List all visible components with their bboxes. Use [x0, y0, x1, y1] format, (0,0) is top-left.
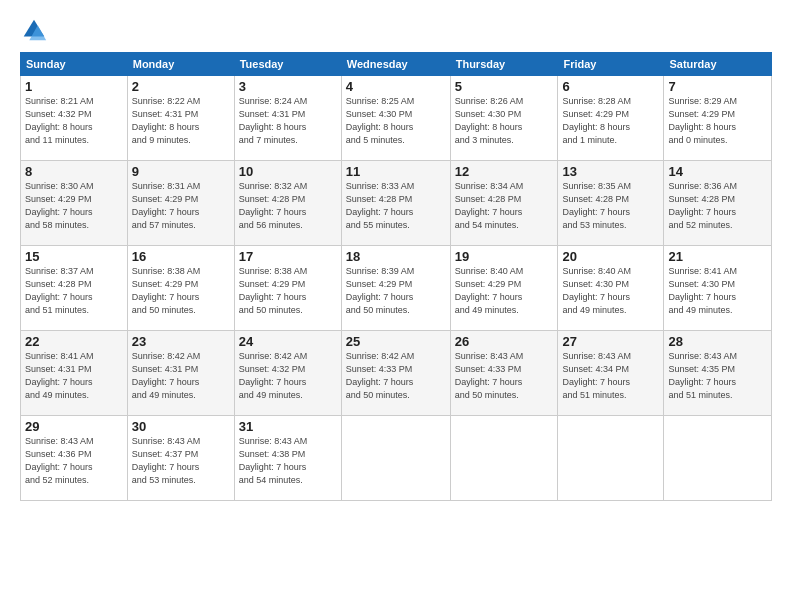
day-cell: 10Sunrise: 8:32 AM Sunset: 4:28 PM Dayli…: [234, 161, 341, 246]
day-number: 5: [455, 79, 554, 94]
header-cell-thursday: Thursday: [450, 53, 558, 76]
day-number: 4: [346, 79, 446, 94]
day-info: Sunrise: 8:43 AM Sunset: 4:35 PM Dayligh…: [668, 350, 767, 402]
day-number: 15: [25, 249, 123, 264]
day-cell: 30Sunrise: 8:43 AM Sunset: 4:37 PM Dayli…: [127, 416, 234, 501]
day-number: 24: [239, 334, 337, 349]
day-cell: 1Sunrise: 8:21 AM Sunset: 4:32 PM Daylig…: [21, 76, 128, 161]
day-cell: 7Sunrise: 8:29 AM Sunset: 4:29 PM Daylig…: [664, 76, 772, 161]
day-cell: 4Sunrise: 8:25 AM Sunset: 4:30 PM Daylig…: [341, 76, 450, 161]
day-cell: 6Sunrise: 8:28 AM Sunset: 4:29 PM Daylig…: [558, 76, 664, 161]
day-cell: 3Sunrise: 8:24 AM Sunset: 4:31 PM Daylig…: [234, 76, 341, 161]
header-cell-friday: Friday: [558, 53, 664, 76]
header-row: SundayMondayTuesdayWednesdayThursdayFrid…: [21, 53, 772, 76]
day-info: Sunrise: 8:37 AM Sunset: 4:28 PM Dayligh…: [25, 265, 123, 317]
day-cell: 19Sunrise: 8:40 AM Sunset: 4:29 PM Dayli…: [450, 246, 558, 331]
logo: [20, 16, 52, 44]
header-cell-wednesday: Wednesday: [341, 53, 450, 76]
calendar-header: SundayMondayTuesdayWednesdayThursdayFrid…: [21, 53, 772, 76]
day-cell: 15Sunrise: 8:37 AM Sunset: 4:28 PM Dayli…: [21, 246, 128, 331]
day-cell: 26Sunrise: 8:43 AM Sunset: 4:33 PM Dayli…: [450, 331, 558, 416]
day-number: 16: [132, 249, 230, 264]
day-cell: 8Sunrise: 8:30 AM Sunset: 4:29 PM Daylig…: [21, 161, 128, 246]
day-number: 3: [239, 79, 337, 94]
day-info: Sunrise: 8:30 AM Sunset: 4:29 PM Dayligh…: [25, 180, 123, 232]
day-info: Sunrise: 8:21 AM Sunset: 4:32 PM Dayligh…: [25, 95, 123, 147]
day-info: Sunrise: 8:38 AM Sunset: 4:29 PM Dayligh…: [132, 265, 230, 317]
day-info: Sunrise: 8:22 AM Sunset: 4:31 PM Dayligh…: [132, 95, 230, 147]
day-info: Sunrise: 8:34 AM Sunset: 4:28 PM Dayligh…: [455, 180, 554, 232]
day-cell: 2Sunrise: 8:22 AM Sunset: 4:31 PM Daylig…: [127, 76, 234, 161]
day-number: 8: [25, 164, 123, 179]
day-cell: [341, 416, 450, 501]
day-cell: [558, 416, 664, 501]
day-info: Sunrise: 8:24 AM Sunset: 4:31 PM Dayligh…: [239, 95, 337, 147]
day-number: 11: [346, 164, 446, 179]
day-info: Sunrise: 8:41 AM Sunset: 4:31 PM Dayligh…: [25, 350, 123, 402]
day-number: 30: [132, 419, 230, 434]
day-number: 25: [346, 334, 446, 349]
week-row-3: 15Sunrise: 8:37 AM Sunset: 4:28 PM Dayli…: [21, 246, 772, 331]
day-cell: 5Sunrise: 8:26 AM Sunset: 4:30 PM Daylig…: [450, 76, 558, 161]
day-number: 22: [25, 334, 123, 349]
day-number: 28: [668, 334, 767, 349]
logo-icon: [20, 16, 48, 44]
day-cell: [450, 416, 558, 501]
day-cell: 20Sunrise: 8:40 AM Sunset: 4:30 PM Dayli…: [558, 246, 664, 331]
day-number: 26: [455, 334, 554, 349]
day-number: 13: [562, 164, 659, 179]
day-info: Sunrise: 8:36 AM Sunset: 4:28 PM Dayligh…: [668, 180, 767, 232]
day-info: Sunrise: 8:38 AM Sunset: 4:29 PM Dayligh…: [239, 265, 337, 317]
day-info: Sunrise: 8:41 AM Sunset: 4:30 PM Dayligh…: [668, 265, 767, 317]
day-cell: 31Sunrise: 8:43 AM Sunset: 4:38 PM Dayli…: [234, 416, 341, 501]
day-number: 9: [132, 164, 230, 179]
header-cell-tuesday: Tuesday: [234, 53, 341, 76]
calendar-body: 1Sunrise: 8:21 AM Sunset: 4:32 PM Daylig…: [21, 76, 772, 501]
day-cell: 16Sunrise: 8:38 AM Sunset: 4:29 PM Dayli…: [127, 246, 234, 331]
day-number: 20: [562, 249, 659, 264]
header-cell-saturday: Saturday: [664, 53, 772, 76]
day-info: Sunrise: 8:28 AM Sunset: 4:29 PM Dayligh…: [562, 95, 659, 147]
day-cell: 11Sunrise: 8:33 AM Sunset: 4:28 PM Dayli…: [341, 161, 450, 246]
day-number: 31: [239, 419, 337, 434]
day-cell: 23Sunrise: 8:42 AM Sunset: 4:31 PM Dayli…: [127, 331, 234, 416]
header-cell-sunday: Sunday: [21, 53, 128, 76]
day-info: Sunrise: 8:42 AM Sunset: 4:31 PM Dayligh…: [132, 350, 230, 402]
page: SundayMondayTuesdayWednesdayThursdayFrid…: [0, 0, 792, 612]
day-info: Sunrise: 8:43 AM Sunset: 4:33 PM Dayligh…: [455, 350, 554, 402]
day-number: 1: [25, 79, 123, 94]
day-info: Sunrise: 8:43 AM Sunset: 4:38 PM Dayligh…: [239, 435, 337, 487]
day-info: Sunrise: 8:43 AM Sunset: 4:36 PM Dayligh…: [25, 435, 123, 487]
day-number: 10: [239, 164, 337, 179]
day-info: Sunrise: 8:42 AM Sunset: 4:32 PM Dayligh…: [239, 350, 337, 402]
day-info: Sunrise: 8:32 AM Sunset: 4:28 PM Dayligh…: [239, 180, 337, 232]
day-cell: 17Sunrise: 8:38 AM Sunset: 4:29 PM Dayli…: [234, 246, 341, 331]
header: [20, 16, 772, 44]
day-info: Sunrise: 8:43 AM Sunset: 4:34 PM Dayligh…: [562, 350, 659, 402]
day-cell: 27Sunrise: 8:43 AM Sunset: 4:34 PM Dayli…: [558, 331, 664, 416]
day-cell: 28Sunrise: 8:43 AM Sunset: 4:35 PM Dayli…: [664, 331, 772, 416]
day-cell: 14Sunrise: 8:36 AM Sunset: 4:28 PM Dayli…: [664, 161, 772, 246]
day-number: 18: [346, 249, 446, 264]
day-info: Sunrise: 8:31 AM Sunset: 4:29 PM Dayligh…: [132, 180, 230, 232]
day-cell: 12Sunrise: 8:34 AM Sunset: 4:28 PM Dayli…: [450, 161, 558, 246]
calendar-table: SundayMondayTuesdayWednesdayThursdayFrid…: [20, 52, 772, 501]
day-number: 23: [132, 334, 230, 349]
day-number: 17: [239, 249, 337, 264]
day-info: Sunrise: 8:43 AM Sunset: 4:37 PM Dayligh…: [132, 435, 230, 487]
day-info: Sunrise: 8:25 AM Sunset: 4:30 PM Dayligh…: [346, 95, 446, 147]
week-row-1: 1Sunrise: 8:21 AM Sunset: 4:32 PM Daylig…: [21, 76, 772, 161]
header-cell-monday: Monday: [127, 53, 234, 76]
day-cell: 13Sunrise: 8:35 AM Sunset: 4:28 PM Dayli…: [558, 161, 664, 246]
day-number: 27: [562, 334, 659, 349]
day-number: 6: [562, 79, 659, 94]
day-number: 12: [455, 164, 554, 179]
day-number: 7: [668, 79, 767, 94]
day-cell: 29Sunrise: 8:43 AM Sunset: 4:36 PM Dayli…: [21, 416, 128, 501]
day-number: 2: [132, 79, 230, 94]
day-info: Sunrise: 8:40 AM Sunset: 4:29 PM Dayligh…: [455, 265, 554, 317]
day-number: 21: [668, 249, 767, 264]
day-cell: 25Sunrise: 8:42 AM Sunset: 4:33 PM Dayli…: [341, 331, 450, 416]
week-row-4: 22Sunrise: 8:41 AM Sunset: 4:31 PM Dayli…: [21, 331, 772, 416]
week-row-2: 8Sunrise: 8:30 AM Sunset: 4:29 PM Daylig…: [21, 161, 772, 246]
